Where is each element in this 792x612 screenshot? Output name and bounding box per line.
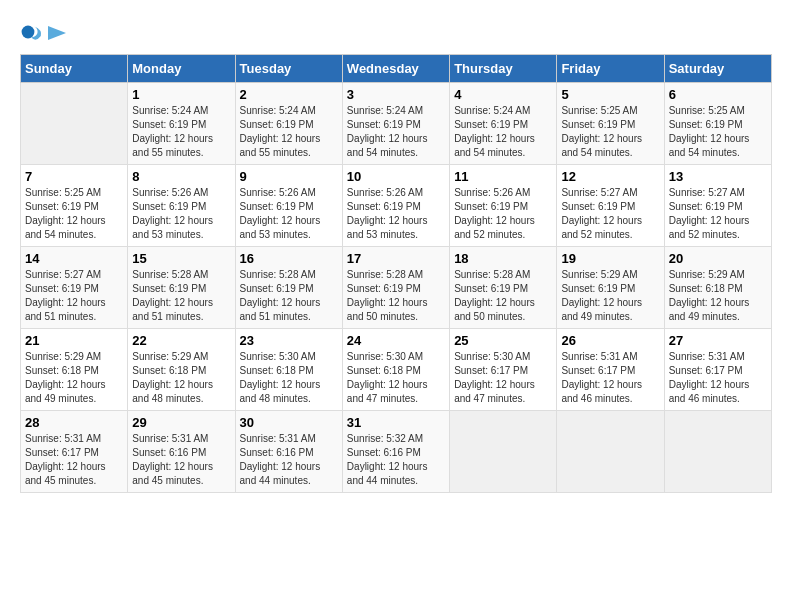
day-info: Sunrise: 5:27 AM Sunset: 6:19 PM Dayligh… xyxy=(669,186,767,242)
calendar-cell xyxy=(21,83,128,165)
page-header xyxy=(20,20,772,44)
svg-marker-1 xyxy=(48,26,66,40)
day-number: 28 xyxy=(25,415,123,430)
day-info: Sunrise: 5:30 AM Sunset: 6:18 PM Dayligh… xyxy=(240,350,338,406)
day-info: Sunrise: 5:25 AM Sunset: 6:19 PM Dayligh… xyxy=(561,104,659,160)
day-info: Sunrise: 5:31 AM Sunset: 6:17 PM Dayligh… xyxy=(561,350,659,406)
calendar-cell: 14Sunrise: 5:27 AM Sunset: 6:19 PM Dayli… xyxy=(21,247,128,329)
calendar-cell: 13Sunrise: 5:27 AM Sunset: 6:19 PM Dayli… xyxy=(664,165,771,247)
calendar-cell: 22Sunrise: 5:29 AM Sunset: 6:18 PM Dayli… xyxy=(128,329,235,411)
calendar-cell: 21Sunrise: 5:29 AM Sunset: 6:18 PM Dayli… xyxy=(21,329,128,411)
day-number: 20 xyxy=(669,251,767,266)
calendar-cell: 12Sunrise: 5:27 AM Sunset: 6:19 PM Dayli… xyxy=(557,165,664,247)
day-info: Sunrise: 5:24 AM Sunset: 6:19 PM Dayligh… xyxy=(347,104,445,160)
day-info: Sunrise: 5:29 AM Sunset: 6:18 PM Dayligh… xyxy=(25,350,123,406)
calendar-cell: 11Sunrise: 5:26 AM Sunset: 6:19 PM Dayli… xyxy=(450,165,557,247)
calendar-cell: 4Sunrise: 5:24 AM Sunset: 6:19 PM Daylig… xyxy=(450,83,557,165)
day-number: 8 xyxy=(132,169,230,184)
day-number: 31 xyxy=(347,415,445,430)
calendar-header-row: SundayMondayTuesdayWednesdayThursdayFrid… xyxy=(21,55,772,83)
calendar-cell xyxy=(557,411,664,493)
calendar-cell: 30Sunrise: 5:31 AM Sunset: 6:16 PM Dayli… xyxy=(235,411,342,493)
day-number: 25 xyxy=(454,333,552,348)
day-info: Sunrise: 5:32 AM Sunset: 6:16 PM Dayligh… xyxy=(347,432,445,488)
day-info: Sunrise: 5:26 AM Sunset: 6:19 PM Dayligh… xyxy=(240,186,338,242)
column-header-friday: Friday xyxy=(557,55,664,83)
day-info: Sunrise: 5:30 AM Sunset: 6:18 PM Dayligh… xyxy=(347,350,445,406)
day-number: 7 xyxy=(25,169,123,184)
day-number: 18 xyxy=(454,251,552,266)
day-number: 12 xyxy=(561,169,659,184)
day-info: Sunrise: 5:25 AM Sunset: 6:19 PM Dayligh… xyxy=(25,186,123,242)
calendar-week-row: 21Sunrise: 5:29 AM Sunset: 6:18 PM Dayli… xyxy=(21,329,772,411)
calendar-cell: 31Sunrise: 5:32 AM Sunset: 6:16 PM Dayli… xyxy=(342,411,449,493)
calendar-cell: 25Sunrise: 5:30 AM Sunset: 6:17 PM Dayli… xyxy=(450,329,557,411)
day-number: 14 xyxy=(25,251,123,266)
day-info: Sunrise: 5:26 AM Sunset: 6:19 PM Dayligh… xyxy=(347,186,445,242)
column-header-saturday: Saturday xyxy=(664,55,771,83)
day-number: 17 xyxy=(347,251,445,266)
day-number: 1 xyxy=(132,87,230,102)
column-header-tuesday: Tuesday xyxy=(235,55,342,83)
day-info: Sunrise: 5:28 AM Sunset: 6:19 PM Dayligh… xyxy=(347,268,445,324)
day-number: 9 xyxy=(240,169,338,184)
day-number: 19 xyxy=(561,251,659,266)
day-number: 2 xyxy=(240,87,338,102)
day-info: Sunrise: 5:24 AM Sunset: 6:19 PM Dayligh… xyxy=(240,104,338,160)
calendar-week-row: 28Sunrise: 5:31 AM Sunset: 6:17 PM Dayli… xyxy=(21,411,772,493)
calendar-week-row: 1Sunrise: 5:24 AM Sunset: 6:19 PM Daylig… xyxy=(21,83,772,165)
day-number: 24 xyxy=(347,333,445,348)
day-number: 26 xyxy=(561,333,659,348)
day-info: Sunrise: 5:29 AM Sunset: 6:18 PM Dayligh… xyxy=(132,350,230,406)
calendar-cell: 1Sunrise: 5:24 AM Sunset: 6:19 PM Daylig… xyxy=(128,83,235,165)
calendar-cell: 27Sunrise: 5:31 AM Sunset: 6:17 PM Dayli… xyxy=(664,329,771,411)
calendar-cell: 6Sunrise: 5:25 AM Sunset: 6:19 PM Daylig… xyxy=(664,83,771,165)
day-info: Sunrise: 5:28 AM Sunset: 6:19 PM Dayligh… xyxy=(240,268,338,324)
calendar-cell: 5Sunrise: 5:25 AM Sunset: 6:19 PM Daylig… xyxy=(557,83,664,165)
svg-point-0 xyxy=(22,26,35,39)
calendar-cell: 16Sunrise: 5:28 AM Sunset: 6:19 PM Dayli… xyxy=(235,247,342,329)
day-number: 29 xyxy=(132,415,230,430)
calendar-cell: 23Sunrise: 5:30 AM Sunset: 6:18 PM Dayli… xyxy=(235,329,342,411)
day-number: 3 xyxy=(347,87,445,102)
day-info: Sunrise: 5:31 AM Sunset: 6:16 PM Dayligh… xyxy=(240,432,338,488)
day-info: Sunrise: 5:26 AM Sunset: 6:19 PM Dayligh… xyxy=(132,186,230,242)
calendar-cell: 18Sunrise: 5:28 AM Sunset: 6:19 PM Dayli… xyxy=(450,247,557,329)
day-info: Sunrise: 5:31 AM Sunset: 6:17 PM Dayligh… xyxy=(669,350,767,406)
day-number: 15 xyxy=(132,251,230,266)
day-info: Sunrise: 5:26 AM Sunset: 6:19 PM Dayligh… xyxy=(454,186,552,242)
calendar-cell xyxy=(664,411,771,493)
day-number: 22 xyxy=(132,333,230,348)
column-header-wednesday: Wednesday xyxy=(342,55,449,83)
logo xyxy=(20,20,66,44)
calendar-cell: 28Sunrise: 5:31 AM Sunset: 6:17 PM Dayli… xyxy=(21,411,128,493)
day-info: Sunrise: 5:29 AM Sunset: 6:19 PM Dayligh… xyxy=(561,268,659,324)
day-info: Sunrise: 5:28 AM Sunset: 6:19 PM Dayligh… xyxy=(132,268,230,324)
calendar-cell: 9Sunrise: 5:26 AM Sunset: 6:19 PM Daylig… xyxy=(235,165,342,247)
calendar-table: SundayMondayTuesdayWednesdayThursdayFrid… xyxy=(20,54,772,493)
calendar-cell: 26Sunrise: 5:31 AM Sunset: 6:17 PM Dayli… xyxy=(557,329,664,411)
day-number: 27 xyxy=(669,333,767,348)
day-info: Sunrise: 5:28 AM Sunset: 6:19 PM Dayligh… xyxy=(454,268,552,324)
day-number: 16 xyxy=(240,251,338,266)
calendar-cell: 3Sunrise: 5:24 AM Sunset: 6:19 PM Daylig… xyxy=(342,83,449,165)
day-info: Sunrise: 5:24 AM Sunset: 6:19 PM Dayligh… xyxy=(132,104,230,160)
calendar-cell: 17Sunrise: 5:28 AM Sunset: 6:19 PM Dayli… xyxy=(342,247,449,329)
calendar-cell: 15Sunrise: 5:28 AM Sunset: 6:19 PM Dayli… xyxy=(128,247,235,329)
day-info: Sunrise: 5:24 AM Sunset: 6:19 PM Dayligh… xyxy=(454,104,552,160)
day-info: Sunrise: 5:27 AM Sunset: 6:19 PM Dayligh… xyxy=(561,186,659,242)
day-info: Sunrise: 5:29 AM Sunset: 6:18 PM Dayligh… xyxy=(669,268,767,324)
calendar-week-row: 14Sunrise: 5:27 AM Sunset: 6:19 PM Dayli… xyxy=(21,247,772,329)
calendar-cell xyxy=(450,411,557,493)
day-number: 13 xyxy=(669,169,767,184)
column-header-thursday: Thursday xyxy=(450,55,557,83)
day-info: Sunrise: 5:30 AM Sunset: 6:17 PM Dayligh… xyxy=(454,350,552,406)
day-info: Sunrise: 5:25 AM Sunset: 6:19 PM Dayligh… xyxy=(669,104,767,160)
logo-arrow-icon xyxy=(48,26,66,40)
calendar-cell: 10Sunrise: 5:26 AM Sunset: 6:19 PM Dayli… xyxy=(342,165,449,247)
column-header-monday: Monday xyxy=(128,55,235,83)
day-number: 21 xyxy=(25,333,123,348)
day-number: 30 xyxy=(240,415,338,430)
calendar-cell: 19Sunrise: 5:29 AM Sunset: 6:19 PM Dayli… xyxy=(557,247,664,329)
day-info: Sunrise: 5:27 AM Sunset: 6:19 PM Dayligh… xyxy=(25,268,123,324)
